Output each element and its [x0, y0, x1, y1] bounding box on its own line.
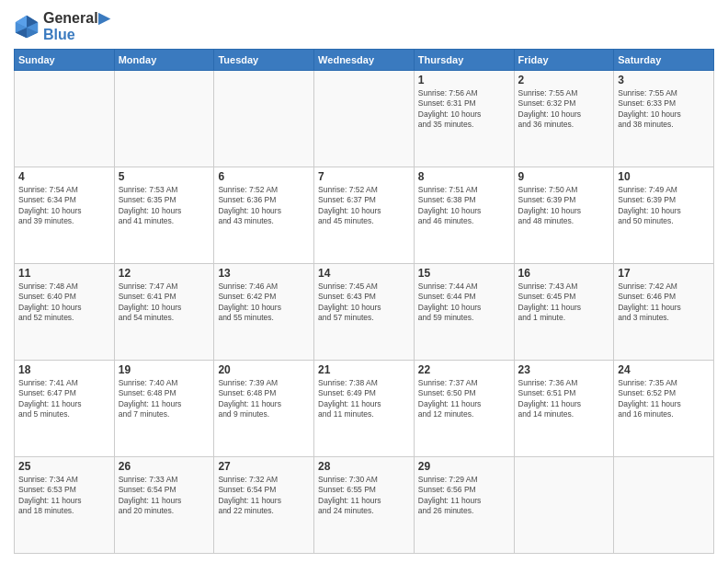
day-info: Sunrise: 7:52 AM Sunset: 6:37 PM Dayligh… [318, 185, 410, 227]
day-info: Sunrise: 7:49 AM Sunset: 6:39 PM Dayligh… [618, 185, 710, 227]
calendar-cell: 19Sunrise: 7:40 AM Sunset: 6:48 PM Dayli… [114, 361, 214, 457]
calendar-cell: 13Sunrise: 7:46 AM Sunset: 6:42 PM Dayli… [214, 264, 314, 361]
calendar-cell: 23Sunrise: 7:36 AM Sunset: 6:51 PM Dayli… [514, 361, 614, 457]
day-info: Sunrise: 7:47 AM Sunset: 6:41 PM Dayligh… [119, 282, 210, 324]
weekday-friday: Friday [514, 50, 614, 71]
day-number: 29 [418, 460, 510, 473]
calendar-cell [614, 457, 714, 554]
day-number: 25 [18, 460, 110, 473]
day-info: Sunrise: 7:33 AM Sunset: 6:54 PM Dayligh… [119, 475, 210, 517]
calendar-cell: 21Sunrise: 7:38 AM Sunset: 6:49 PM Dayli… [314, 361, 415, 457]
weekday-sunday: Sunday [15, 50, 115, 71]
calendar-cell [15, 71, 115, 167]
calendar-cell [114, 71, 214, 167]
day-info: Sunrise: 7:34 AM Sunset: 6:53 PM Dayligh… [18, 475, 110, 517]
calendar-cell: 6Sunrise: 7:52 AM Sunset: 6:36 PM Daylig… [214, 167, 314, 264]
day-number: 11 [18, 267, 110, 280]
day-number: 19 [119, 363, 210, 376]
header: General▶ Blue [14, 9, 714, 43]
calendar-cell: 11Sunrise: 7:48 AM Sunset: 6:40 PM Dayli… [15, 264, 115, 361]
calendar-cell [514, 457, 614, 554]
day-info: Sunrise: 7:40 AM Sunset: 6:48 PM Dayligh… [119, 378, 210, 420]
day-info: Sunrise: 7:55 AM Sunset: 6:32 PM Dayligh… [518, 88, 610, 131]
day-number: 9 [518, 170, 610, 183]
day-number: 18 [18, 363, 110, 376]
calendar-cell: 10Sunrise: 7:49 AM Sunset: 6:39 PM Dayli… [614, 167, 714, 264]
calendar-cell: 18Sunrise: 7:41 AM Sunset: 6:47 PM Dayli… [15, 361, 115, 457]
day-info: Sunrise: 7:35 AM Sunset: 6:52 PM Dayligh… [618, 378, 710, 420]
calendar-cell: 7Sunrise: 7:52 AM Sunset: 6:37 PM Daylig… [314, 167, 415, 264]
calendar-cell: 20Sunrise: 7:39 AM Sunset: 6:48 PM Dayli… [214, 361, 314, 457]
day-number: 24 [618, 363, 710, 376]
calendar-cell: 22Sunrise: 7:37 AM Sunset: 6:50 PM Dayli… [414, 361, 514, 457]
day-info: Sunrise: 7:30 AM Sunset: 6:55 PM Dayligh… [318, 475, 410, 517]
day-info: Sunrise: 7:51 AM Sunset: 6:38 PM Dayligh… [418, 185, 510, 227]
calendar-cell: 1Sunrise: 7:56 AM Sunset: 6:31 PM Daylig… [414, 71, 514, 167]
day-number: 4 [18, 170, 110, 183]
calendar-cell [214, 71, 314, 167]
calendar-cell: 28Sunrise: 7:30 AM Sunset: 6:55 PM Dayli… [314, 457, 415, 554]
day-number: 22 [418, 363, 510, 376]
day-info: Sunrise: 7:39 AM Sunset: 6:48 PM Dayligh… [218, 378, 310, 420]
calendar-cell: 12Sunrise: 7:47 AM Sunset: 6:41 PM Dayli… [114, 264, 214, 361]
calendar-cell: 3Sunrise: 7:55 AM Sunset: 6:33 PM Daylig… [614, 71, 714, 167]
day-number: 21 [318, 363, 410, 376]
day-info: Sunrise: 7:55 AM Sunset: 6:33 PM Dayligh… [618, 88, 710, 131]
day-number: 7 [318, 170, 410, 183]
day-info: Sunrise: 7:36 AM Sunset: 6:51 PM Dayligh… [518, 378, 610, 420]
day-info: Sunrise: 7:42 AM Sunset: 6:46 PM Dayligh… [618, 282, 710, 324]
day-info: Sunrise: 7:32 AM Sunset: 6:54 PM Dayligh… [218, 475, 310, 517]
calendar-cell: 29Sunrise: 7:29 AM Sunset: 6:56 PM Dayli… [414, 457, 514, 554]
day-number: 15 [418, 267, 510, 280]
day-number: 28 [318, 460, 410, 473]
calendar: SundayMondayTuesdayWednesdayThursdayFrid… [14, 49, 714, 554]
day-info: Sunrise: 7:43 AM Sunset: 6:45 PM Dayligh… [518, 282, 610, 324]
day-number: 1 [418, 74, 510, 86]
calendar-cell: 26Sunrise: 7:33 AM Sunset: 6:54 PM Dayli… [114, 457, 214, 554]
weekday-thursday: Thursday [414, 50, 514, 71]
calendar-cell: 24Sunrise: 7:35 AM Sunset: 6:52 PM Dayli… [614, 361, 714, 457]
calendar-cell: 5Sunrise: 7:53 AM Sunset: 6:35 PM Daylig… [114, 167, 214, 264]
calendar-cell: 15Sunrise: 7:44 AM Sunset: 6:44 PM Dayli… [414, 264, 514, 361]
calendar-cell: 9Sunrise: 7:50 AM Sunset: 6:39 PM Daylig… [514, 167, 614, 264]
day-number: 20 [218, 363, 310, 376]
day-number: 10 [618, 170, 710, 183]
day-number: 17 [618, 267, 710, 280]
week-row-3: 11Sunrise: 7:48 AM Sunset: 6:40 PM Dayli… [15, 264, 714, 361]
weekday-wednesday: Wednesday [314, 50, 415, 71]
day-number: 6 [218, 170, 310, 183]
day-info: Sunrise: 7:52 AM Sunset: 6:36 PM Dayligh… [218, 185, 310, 227]
calendar-cell: 17Sunrise: 7:42 AM Sunset: 6:46 PM Dayli… [614, 264, 714, 361]
day-info: Sunrise: 7:46 AM Sunset: 6:42 PM Dayligh… [218, 282, 310, 324]
calendar-cell [314, 71, 415, 167]
day-number: 23 [518, 363, 610, 376]
calendar-cell: 8Sunrise: 7:51 AM Sunset: 6:38 PM Daylig… [414, 167, 514, 264]
day-number: 16 [518, 267, 610, 280]
weekday-header-row: SundayMondayTuesdayWednesdayThursdayFrid… [15, 50, 714, 71]
day-info: Sunrise: 7:37 AM Sunset: 6:50 PM Dayligh… [418, 378, 510, 420]
day-number: 5 [119, 170, 210, 183]
logo: General▶ Blue [14, 9, 109, 43]
page: General▶ Blue SundayMondayTuesdayWednesd… [0, 0, 728, 563]
day-info: Sunrise: 7:41 AM Sunset: 6:47 PM Dayligh… [18, 378, 110, 420]
day-info: Sunrise: 7:54 AM Sunset: 6:34 PM Dayligh… [18, 185, 110, 227]
day-info: Sunrise: 7:50 AM Sunset: 6:39 PM Dayligh… [518, 185, 610, 227]
calendar-cell: 16Sunrise: 7:43 AM Sunset: 6:45 PM Dayli… [514, 264, 614, 361]
day-info: Sunrise: 7:48 AM Sunset: 6:40 PM Dayligh… [18, 282, 110, 324]
calendar-cell: 27Sunrise: 7:32 AM Sunset: 6:54 PM Dayli… [214, 457, 314, 554]
logo-text: General▶ Blue [43, 9, 109, 43]
day-info: Sunrise: 7:56 AM Sunset: 6:31 PM Dayligh… [418, 88, 510, 131]
day-info: Sunrise: 7:38 AM Sunset: 6:49 PM Dayligh… [318, 378, 410, 420]
day-info: Sunrise: 7:53 AM Sunset: 6:35 PM Dayligh… [119, 185, 210, 227]
calendar-cell: 14Sunrise: 7:45 AM Sunset: 6:43 PM Dayli… [314, 264, 415, 361]
weekday-saturday: Saturday [614, 50, 714, 71]
day-info: Sunrise: 7:45 AM Sunset: 6:43 PM Dayligh… [318, 282, 410, 324]
weekday-tuesday: Tuesday [214, 50, 314, 71]
day-number: 26 [119, 460, 210, 473]
day-number: 12 [119, 267, 210, 280]
day-number: 2 [518, 74, 610, 86]
week-row-2: 4Sunrise: 7:54 AM Sunset: 6:34 PM Daylig… [15, 167, 714, 264]
week-row-4: 18Sunrise: 7:41 AM Sunset: 6:47 PM Dayli… [15, 361, 714, 457]
day-number: 8 [418, 170, 510, 183]
day-info: Sunrise: 7:29 AM Sunset: 6:56 PM Dayligh… [418, 475, 510, 517]
